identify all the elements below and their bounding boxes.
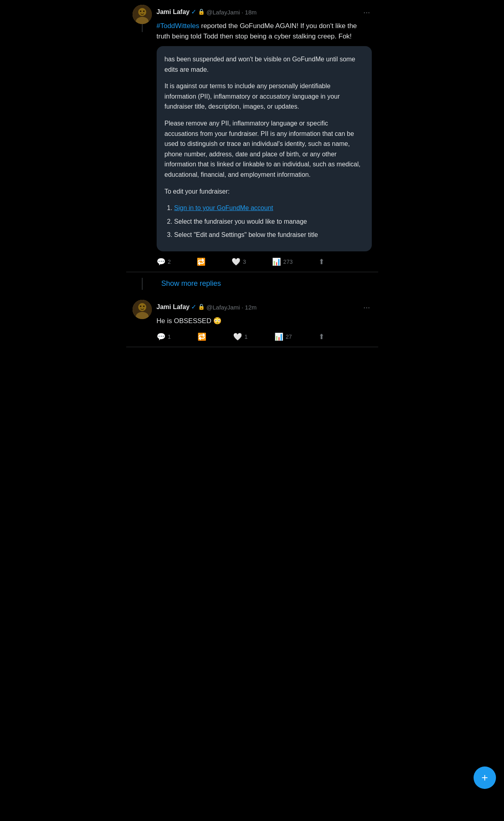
- retweet-icon-1: 🔁: [197, 257, 206, 267]
- svg-point-3: [140, 10, 141, 12]
- tweet-actions-1: 💬 2 🔁 🤍 3 📊 273 ⬆: [157, 257, 325, 267]
- avatar-1[interactable]: [133, 5, 152, 24]
- tweet-2-body: Jami Lafay ✓ 🔒 @LafayJami · 12m ··· He i…: [157, 300, 372, 342]
- like-count-2: 1: [244, 333, 248, 341]
- avatar-2[interactable]: [133, 300, 152, 319]
- gofundme-link[interactable]: Sign in to your GoFundMe account: [174, 204, 273, 211]
- svg-point-9: [143, 305, 145, 307]
- share-icon-1: ⬆: [319, 257, 325, 267]
- list-item-3: Select "Edit and Settings" below the fun…: [174, 230, 364, 240]
- retweet-action-2[interactable]: 🔁: [198, 332, 206, 342]
- lock-icon-2: 🔒: [198, 303, 205, 311]
- comment-icon-1: 💬: [157, 257, 165, 267]
- handle-time-1: @LafayJami · 18m: [206, 8, 256, 16]
- views-count-1: 273: [283, 258, 292, 266]
- comment-action-1[interactable]: 💬 2: [157, 257, 171, 267]
- lock-icon-1: 🔒: [198, 8, 205, 16]
- quoted-list: Sign in to your GoFundMe account Select …: [165, 203, 364, 240]
- author-name-1[interactable]: Jami Lafay: [157, 8, 190, 16]
- quoted-para-1: It is against our terms to include any p…: [165, 81, 364, 112]
- retweet-action-1[interactable]: 🔁: [197, 257, 206, 267]
- thread-line-1: [142, 24, 143, 32]
- like-action-2[interactable]: 🤍 1: [233, 332, 248, 342]
- tweet-2: Jami Lafay ✓ 🔒 @LafayJami · 12m ··· He i…: [126, 295, 378, 347]
- views-icon-1: 📊: [272, 257, 281, 267]
- tweet-content-1: #ToddWitteles reported the GoFundMe AGAI…: [157, 21, 372, 251]
- share-action-2[interactable]: ⬆: [319, 332, 325, 342]
- like-action-1[interactable]: 🤍 3: [232, 257, 246, 267]
- quoted-card-1: has been suspended and won't be visible …: [157, 46, 372, 251]
- like-count-1: 3: [243, 258, 246, 266]
- svg-point-8: [140, 305, 141, 307]
- share-icon-2: ⬆: [319, 332, 325, 342]
- tweet-text-2: He is OBSESSED 😳: [157, 317, 222, 325]
- list-item-1: Sign in to your GoFundMe account: [174, 203, 364, 213]
- like-icon-2: 🤍: [233, 332, 242, 342]
- like-icon-1: 🤍: [232, 257, 240, 267]
- handle-time-2: @LafayJami · 12m: [206, 303, 256, 311]
- more-options-1[interactable]: ···: [362, 5, 372, 19]
- views-icon-2: 📊: [274, 332, 283, 342]
- views-count-2: 27: [286, 333, 292, 341]
- views-action-2[interactable]: 📊 27: [274, 332, 292, 342]
- quoted-edit-header: To edit your fundraiser:: [165, 186, 364, 197]
- comment-action-2[interactable]: 💬 1: [157, 332, 171, 342]
- more-options-2[interactable]: ···: [362, 300, 372, 314]
- show-more-replies-button[interactable]: Show more replies: [157, 272, 221, 295]
- tweet-actions-2: 💬 1 🔁 🤍 1 📊 27 ⬆: [157, 332, 325, 342]
- svg-point-4: [143, 10, 145, 12]
- tweet-1: Jami Lafay ✓ 🔒 @LafayJami · 18m ··· #Tod…: [126, 0, 378, 272]
- verified-icon-1: ✓: [191, 8, 196, 16]
- show-more-replies-section: Show more replies: [126, 272, 378, 295]
- comment-count-1: 2: [168, 258, 171, 266]
- author-name-2[interactable]: Jami Lafay: [157, 303, 190, 311]
- views-action-1[interactable]: 📊 273: [272, 257, 292, 267]
- quoted-para-2: Please remove any PII, inflammatory lang…: [165, 118, 364, 180]
- svg-point-1: [138, 8, 146, 16]
- svg-point-6: [138, 303, 146, 311]
- comment-count-2: 1: [168, 333, 171, 341]
- verified-icon-2: ✓: [191, 303, 196, 311]
- hashtag-1[interactable]: #ToddWitteles: [157, 22, 200, 30]
- comment-icon-2: 💬: [157, 332, 165, 342]
- quoted-text-top: has been suspended and won't be visible …: [165, 54, 364, 75]
- retweet-icon-2: 🔁: [198, 332, 206, 342]
- share-action-1[interactable]: ⬆: [319, 257, 325, 267]
- tweet-content-2: He is OBSESSED 😳: [157, 316, 372, 326]
- list-item-2: Select the fundraiser you would like to …: [174, 216, 364, 227]
